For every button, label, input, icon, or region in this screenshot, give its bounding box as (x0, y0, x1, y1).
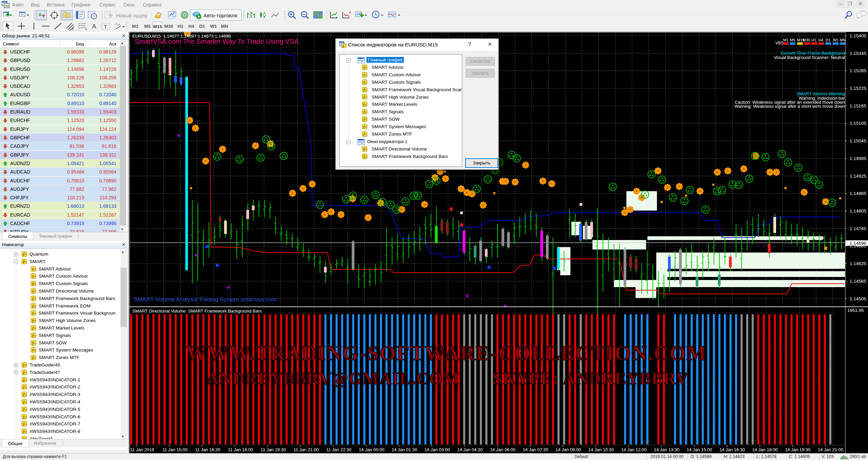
svg-text:11 Jan 15:00: 11 Jan 15:00 (162, 447, 187, 452)
svg-text:14 Jan 13:30: 14 Jan 13:30 (654, 447, 679, 452)
svg-text:14 Jan 21:00: 14 Jan 21:00 (818, 447, 843, 452)
svg-text:SmartVSA.com The Smarter Way T: SmartVSA.com The Smarter Way To Trade Us… (135, 38, 299, 45)
svg-text:A: A (92, 23, 96, 30)
svg-text:1.14745: 1.14745 (850, 226, 866, 231)
svg-text:14 Jan 10:30: 14 Jan 10:30 (588, 447, 614, 452)
svg-text:F: F (86, 28, 88, 31)
svg-text:SMART Volume Analysis Trading: SMART Volume Analysis Trading System sma… (134, 296, 277, 303)
svg-text:T: T (104, 24, 107, 29)
svg-text:SKYPE: ANDREYBBRV: SKYPE: ANDREYBBRV (493, 369, 689, 388)
svg-text:1.14505: 1.14505 (850, 296, 866, 301)
svg-text:14 Jan 01:30: 14 Jan 01:30 (392, 447, 417, 452)
svg-text:11 Jan 16:30: 11 Jan 16:30 (195, 447, 220, 452)
svg-text:14 Jan 07:30: 14 Jan 07:30 (523, 447, 548, 452)
svg-text:14 Jan 09:00: 14 Jan 09:00 (555, 447, 581, 452)
svg-text:1.14565: 1.14565 (850, 279, 866, 284)
svg-text:14 Jan 18:00: 14 Jan 18:00 (752, 447, 778, 452)
svg-text:11 Jan 22:30: 11 Jan 22:30 (326, 447, 351, 452)
svg-text:11 Jan 18:00: 11 Jan 18:00 (228, 447, 253, 452)
svg-text:Warning: Weakness signal after: Warning: Weakness signal after a short t… (734, 104, 845, 109)
svg-text:M30: M30 (803, 38, 810, 42)
svg-text:1.14865: 1.14865 (850, 191, 866, 196)
svg-text:14 Jan 06:00: 14 Jan 06:00 (490, 447, 515, 452)
svg-text:11 Jan 2019: 11 Jan 2019 (130, 447, 154, 452)
svg-text:14 Jan 15:00: 14 Jan 15:00 (687, 447, 712, 452)
svg-text:ANDREYBBRV@GMAIL.COM: ANDREYBBRV@GMAIL.COM (206, 369, 460, 388)
svg-text:11 Jan 19:30: 11 Jan 19:30 (261, 447, 286, 452)
svg-text:14 Jan 03:00: 14 Jan 03:00 (424, 447, 450, 452)
svg-text:1.15285: 1.15285 (850, 68, 866, 73)
svg-text:M5: M5 (790, 38, 795, 42)
svg-text:H1: H1 (811, 38, 816, 42)
svg-text:VBS: VBS (775, 41, 784, 45)
svg-text:14 Jan 12:00: 14 Jan 12:00 (621, 447, 646, 452)
svg-text:1.15405: 1.15405 (850, 33, 866, 38)
svg-text:11 Jan 21:00: 11 Jan 21:00 (294, 447, 319, 452)
svg-text:MN: MN (840, 38, 846, 42)
svg-text:14 Jan 19:30: 14 Jan 19:30 (785, 447, 810, 452)
svg-text:E: E (72, 27, 74, 31)
svg-text:1.14625: 1.14625 (850, 261, 866, 266)
svg-text:W1: W1 (833, 38, 839, 42)
svg-text:1.15345: 1.15345 (850, 51, 866, 56)
svg-text:Visual Background Scanner: Neu: Visual Background Scanner: Neutral (774, 55, 845, 60)
svg-text:1.15225: 1.15225 (850, 86, 866, 91)
svg-text:1.15165: 1.15165 (850, 103, 866, 108)
svg-text:D1: D1 (826, 38, 830, 42)
svg-text:SMART Directional Volume SMAR: SMART Directional Volume SMART Framework… (132, 308, 262, 314)
svg-text:1.15105: 1.15105 (850, 121, 866, 126)
svg-text:WWW.TRADING-SOFTWARE-COLLECTIO: WWW.TRADING-SOFTWARE-COLLECTION.COM (186, 341, 707, 364)
svg-text:1.14696: 1.14696 (850, 241, 866, 246)
svg-text:14 Jan 00:00: 14 Jan 00:00 (359, 447, 384, 452)
svg-text:1.14925: 1.14925 (850, 174, 866, 179)
svg-text:1.15045: 1.15045 (850, 138, 866, 143)
svg-text:1.14985: 1.14985 (850, 156, 866, 161)
svg-text:H4: H4 (818, 38, 823, 42)
svg-text:1951.95: 1951.95 (847, 308, 864, 313)
svg-text:M1: M1 (783, 38, 788, 42)
svg-text:14 Jan 16:30: 14 Jan 16:30 (719, 447, 745, 452)
svg-text:14 Jan 04:30: 14 Jan 04:30 (457, 447, 483, 452)
svg-text:1.14805: 1.14805 (850, 208, 866, 214)
